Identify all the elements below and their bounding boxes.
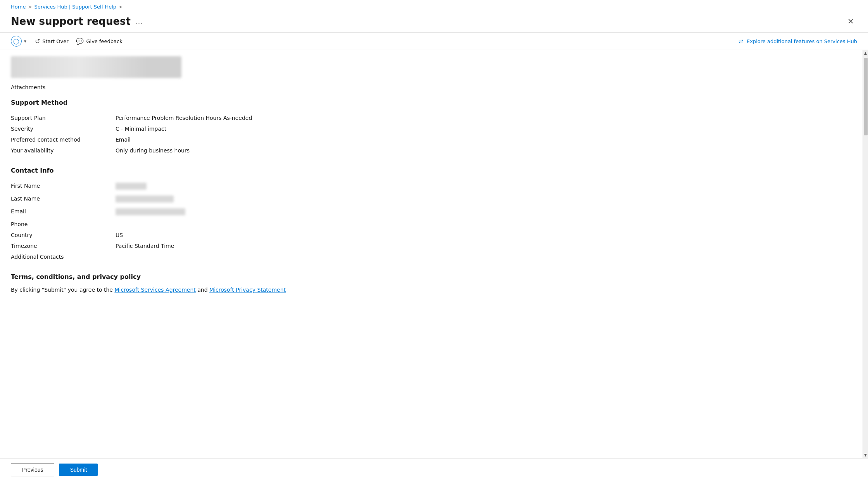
table-row: Support Plan Performance Problem Resolut… [11, 112, 852, 123]
breadcrumb-sep1: > [28, 4, 32, 10]
chevron-down-icon: ▼ [23, 39, 27, 43]
ellipsis-button[interactable]: ... [135, 17, 143, 26]
submit-button[interactable]: Submit [59, 464, 98, 476]
table-row: Phone [11, 219, 852, 230]
close-button[interactable]: ✕ [844, 15, 857, 28]
timezone-value: Pacific Standard Time [116, 243, 852, 249]
severity-label: Severity [11, 126, 116, 132]
bottom-bar: Previous Submit [0, 458, 868, 481]
table-row: Country US [11, 230, 852, 240]
contact-info-heading: Contact Info [11, 167, 852, 174]
email-value [116, 208, 852, 216]
table-row: Timezone Pacific Standard Time [11, 240, 852, 251]
give-feedback-label: Give feedback [86, 38, 122, 44]
severity-value: C - Minimal impact [116, 126, 852, 132]
scrollbar[interactable]: ▲ ▼ [863, 50, 868, 458]
table-row: First Name [11, 180, 852, 193]
preferred-contact-label: Preferred contact method [11, 137, 116, 143]
support-plan-value: Performance Problem Resolution Hours As-… [116, 115, 852, 121]
user-account-button[interactable]: ◯ ▼ [11, 36, 27, 47]
breadcrumb-home[interactable]: Home [11, 4, 26, 10]
availability-label: Your availability [11, 147, 116, 154]
microsoft-services-agreement-link[interactable]: Microsoft Services Agreement [114, 287, 195, 293]
scroll-up-arrow[interactable]: ▲ [863, 50, 868, 56]
explore-features-link[interactable]: ⇌ Explore additional features on Service… [739, 38, 857, 45]
start-over-button[interactable]: ↺ Start Over [35, 38, 69, 45]
explore-icon: ⇌ [739, 38, 744, 45]
last-name-label: Last Name [11, 196, 116, 202]
timezone-label: Timezone [11, 243, 116, 249]
blurred-content-block [11, 56, 181, 78]
terms-prefix: By clicking "Submit" you agree to the [11, 287, 114, 293]
country-label: Country [11, 232, 116, 238]
first-name-label: First Name [11, 183, 116, 189]
table-row: Preferred contact method Email [11, 134, 852, 145]
microsoft-privacy-statement-link[interactable]: Microsoft Privacy Statement [209, 287, 286, 293]
feedback-icon: 💬 [76, 38, 84, 45]
previous-button[interactable]: Previous [11, 463, 54, 476]
last-name-value [116, 196, 852, 204]
start-over-label: Start Over [42, 38, 68, 44]
toolbar: ◯ ▼ ↺ Start Over 💬 Give feedback ⇌ Explo… [0, 32, 868, 50]
table-row: Your availability Only during business h… [11, 145, 852, 156]
page-header: New support request ... ✕ [0, 14, 868, 32]
preferred-contact-value: Email [116, 137, 852, 143]
country-value: US [116, 232, 852, 238]
phone-label: Phone [11, 221, 116, 227]
give-feedback-button[interactable]: 💬 Give feedback [76, 38, 122, 45]
support-method-heading: Support Method [11, 99, 852, 106]
explore-label: Explore additional features on Services … [747, 38, 857, 44]
table-row: Severity C - Minimal impact [11, 123, 852, 134]
last-name-blurred [116, 196, 174, 202]
terms-text: By clicking "Submit" you agree to the Mi… [11, 287, 852, 293]
breadcrumb: Home > Services Hub | Support Self Help … [0, 0, 868, 14]
user-avatar-icon: ◯ [11, 36, 22, 47]
content-area: Attachments Support Method Support Plan … [0, 50, 863, 458]
page-title: New support request [11, 16, 131, 27]
email-label: Email [11, 208, 116, 215]
table-row: Email [11, 206, 852, 219]
breadcrumb-services-hub[interactable]: Services Hub | Support Self Help [34, 4, 116, 10]
terms-section: Terms, conditions, and privacy policy By… [11, 273, 852, 293]
terms-heading: Terms, conditions, and privacy policy [11, 273, 852, 280]
scroll-down-arrow[interactable]: ▼ [863, 452, 868, 458]
table-row: Additional Contacts [11, 251, 852, 262]
availability-value: Only during business hours [116, 147, 852, 154]
support-plan-label: Support Plan [11, 115, 116, 121]
email-blurred [116, 208, 185, 215]
scrollbar-thumb[interactable] [864, 58, 868, 135]
table-row: Last Name [11, 193, 852, 206]
additional-contacts-label: Additional Contacts [11, 254, 116, 260]
attachments-label: Attachments [11, 84, 852, 90]
contact-info-table: First Name Last Name Email [11, 180, 852, 262]
support-method-table: Support Plan Performance Problem Resolut… [11, 112, 852, 156]
refresh-icon: ↺ [35, 38, 40, 45]
first-name-blurred [116, 183, 147, 190]
first-name-value [116, 183, 852, 191]
breadcrumb-sep2: > [119, 4, 123, 10]
terms-between: and [197, 287, 209, 293]
